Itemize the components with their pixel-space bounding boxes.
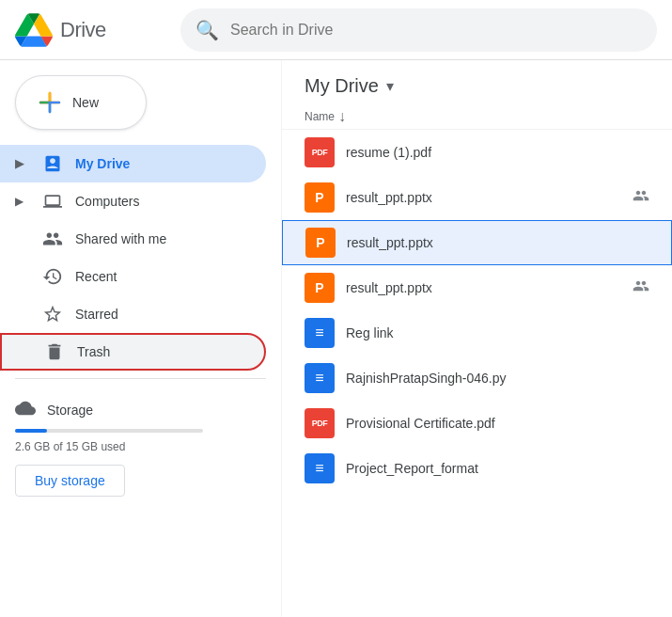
search-bar[interactable]: 🔍: [180, 8, 657, 52]
file-type-icon: ≡: [305, 363, 335, 393]
file-type-icon: ≡: [305, 453, 335, 483]
buy-storage-button[interactable]: Buy storage: [15, 465, 125, 497]
drive-logo-icon: [15, 11, 53, 49]
content-title-dropdown-icon[interactable]: ▾: [386, 77, 394, 95]
file-name: Provisional Certificate.pdf: [346, 416, 649, 431]
sidebar-divider: [15, 378, 266, 379]
sidebar-item-label-shared: Shared with me: [75, 231, 166, 246]
file-type-icon: P: [305, 273, 335, 303]
file-type-icon: P: [305, 182, 335, 213]
logo-area: Drive: [15, 11, 165, 49]
sidebar-item-trash[interactable]: ▶ Trash: [0, 333, 266, 371]
expand-arrow-computers-icon: ▶: [15, 195, 26, 208]
sidebar: New ▶ My Drive ▶ Computers: [0, 60, 282, 617]
sidebar-item-label-starred: Starred: [75, 307, 118, 322]
file-item[interactable]: P result_ppt.pptx: [282, 175, 672, 220]
file-item[interactable]: ≡ RajnishPratapSingh-046.py: [282, 356, 672, 401]
sidebar-item-label-recent: Recent: [75, 269, 117, 284]
file-list: PDF resume (1).pdf P result_ppt.pptx P r…: [282, 130, 672, 491]
file-type-icon: PDF: [305, 408, 335, 438]
sidebar-item-label-computers: Computers: [75, 194, 139, 209]
file-item[interactable]: PDF resume (1).pdf: [282, 130, 672, 175]
content-title: My Drive: [305, 75, 379, 97]
new-button-label: New: [72, 95, 99, 110]
sidebar-item-recent[interactable]: ▶ Recent: [0, 258, 266, 295]
app-title: Drive: [60, 18, 106, 42]
new-plus-icon: [39, 91, 61, 114]
storage-section: Storage 2.6 GB of 15 GB used Buy storage: [0, 387, 281, 508]
storage-label: Storage: [47, 403, 93, 418]
sidebar-item-my-drive[interactable]: ▶ My Drive: [0, 145, 266, 182]
sidebar-item-shared[interactable]: ▶ Shared with me: [0, 220, 266, 258]
trash-icon: [43, 341, 66, 362]
file-name: result_ppt.pptx: [346, 280, 617, 295]
sort-arrow-icon[interactable]: ↓: [338, 108, 346, 125]
main-layout: New ▶ My Drive ▶ Computers: [0, 60, 672, 617]
file-name: Project_Report_format: [346, 461, 649, 476]
search-icon: 🔍: [195, 19, 219, 41]
starred-icon: [41, 304, 64, 324]
my-drive-icon: [41, 154, 64, 173]
sidebar-item-label-trash: Trash: [77, 344, 110, 359]
storage-cloud-icon: [15, 398, 36, 421]
new-button[interactable]: New: [15, 75, 147, 130]
name-column-label: Name: [305, 110, 335, 123]
storage-used-text: 2.6 GB of 15 GB used: [15, 440, 266, 453]
file-type-icon: ≡: [305, 318, 335, 348]
file-name: resume (1).pdf: [346, 145, 649, 160]
storage-bar-fill: [15, 429, 47, 433]
expand-arrow-icon: ▶: [15, 157, 26, 170]
file-item[interactable]: ≡ Project_Report_format: [282, 446, 672, 491]
shared-icon: [41, 229, 64, 249]
file-item[interactable]: ≡ Reg link: [282, 310, 672, 356]
file-item[interactable]: PDF Provisional Certificate.pdf: [282, 401, 672, 446]
sidebar-item-computers[interactable]: ▶ Computers: [0, 182, 266, 220]
sidebar-item-label-my-drive: My Drive: [75, 156, 130, 171]
file-type-icon: PDF: [305, 137, 335, 167]
file-item-selected[interactable]: P result_ppt.pptx: [282, 220, 672, 265]
content-header: My Drive ▾: [282, 60, 672, 104]
file-name: result_ppt.pptx: [347, 235, 649, 250]
storage-bar: [15, 429, 203, 433]
computers-icon: [41, 192, 64, 211]
column-header: Name ↓: [282, 104, 672, 130]
nav-list: ▶ My Drive ▶ Computers ▶ Shar: [0, 145, 281, 371]
shared-people-icon: [633, 187, 649, 208]
search-input[interactable]: [230, 22, 642, 39]
header: Drive 🔍: [0, 0, 672, 60]
recent-icon: [41, 266, 64, 287]
sidebar-item-starred[interactable]: ▶ Starred: [0, 295, 266, 333]
file-item[interactable]: P result_ppt.pptx: [282, 265, 672, 310]
file-type-icon: P: [305, 228, 336, 258]
file-name: result_ppt.pptx: [346, 190, 617, 205]
shared-people-icon: [633, 277, 649, 298]
content-area: My Drive ▾ Name ↓ PDF resume (1).pdf P r…: [282, 60, 672, 617]
file-name: RajnishPratapSingh-046.py: [346, 371, 649, 386]
storage-item: Storage: [15, 398, 266, 421]
file-name: Reg link: [346, 325, 649, 340]
